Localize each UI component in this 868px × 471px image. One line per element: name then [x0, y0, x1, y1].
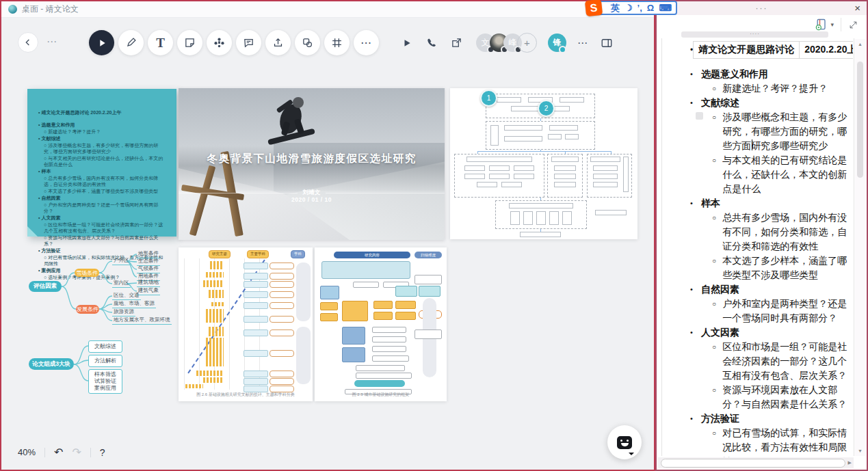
- sticky-line: ○ 新建选址？考评？提升？: [38, 129, 168, 135]
- ime-punct-toggle[interactable]: ’,: [637, 3, 642, 12]
- slide-title: 冬奥背景下山地滑雪旅游度假区选址研究: [179, 152, 445, 166]
- outline-sections: •选题意义和作用 ○新建选址？考评？提升？ •文献综述 ○涉及哪些概念和主题，有…: [663, 67, 853, 467]
- mindmap-leaf[interactable]: 建筑场地: [137, 279, 160, 287]
- call-button[interactable]: [425, 37, 437, 49]
- outline-section-title[interactable]: •文献综述: [663, 96, 853, 110]
- outline-item[interactable]: ○新建选址？考评？提升？: [663, 81, 853, 96]
- framework-diagram-figure[interactable]: 研究内容 归纳维度: [315, 247, 447, 401]
- outline-title-box[interactable]: 靖文论文开题思路讨论: [693, 41, 800, 59]
- scrollbar-thumb[interactable]: [857, 62, 863, 178]
- panel-toggle-button[interactable]: [601, 37, 613, 49]
- mini-box: [497, 97, 521, 103]
- mindmap-branch[interactable]: 雪场条件: [75, 269, 99, 277]
- mindmap-box[interactable]: 样本筛选 试算验证 案例应用: [88, 369, 122, 394]
- outline-item[interactable]: ○涉及哪些概念和主题，有多少研究，有哪些方面的研究，哪些方面研究多哪些研究少: [663, 110, 853, 153]
- panel-drag-handle[interactable]: ····: [681, 31, 828, 38]
- ime-toolbar[interactable]: S 英 ☽ ’, Ω ⌨: [588, 1, 677, 15]
- outline-section-title[interactable]: •方法验证: [663, 412, 853, 426]
- title-slide-image[interactable]: 冬奥背景下山地滑雪旅游度假区选址研究 刘靖文 2020 / 01 / 10: [179, 88, 445, 240]
- feedback-button[interactable]: [607, 425, 642, 459]
- mindmap-box[interactable]: 文献综述: [88, 340, 122, 353]
- self-avatar[interactable]: 锋: [548, 33, 566, 52]
- outline-editor[interactable]: • 靖文论文开题思路讨论 2020.2.20上午 •选题意义和作用 ○新建选址？…: [663, 40, 853, 467]
- outline-item[interactable]: ○总共有多少雪场，国内外有没有不同，如何分类和筛选，自证分类和筛选的有效性: [663, 211, 853, 254]
- scroll-down-arrow[interactable]: ▼: [858, 448, 863, 453]
- diagram-box: [415, 275, 442, 284]
- item-drag-handle[interactable]: [696, 112, 703, 120]
- ime-lang-toggle[interactable]: 英: [611, 3, 620, 12]
- outline-title-row[interactable]: • 靖文论文开题思路讨论 2020.2.20上午: [663, 41, 853, 59]
- mini-box: [504, 136, 542, 142]
- outline-item[interactable]: ○资源与环境因素放在人文部分？与自然因素是什么关系？: [663, 383, 853, 412]
- help-button[interactable]: ?: [100, 447, 105, 458]
- toolbar-more-left[interactable]: ⋯: [47, 36, 57, 48]
- pen-tool-button[interactable]: [118, 30, 144, 55]
- ime-symbol-picker[interactable]: Ω: [647, 3, 654, 12]
- panel-titlebar: ··· ×: [657, 1, 867, 15]
- share-button[interactable]: [451, 37, 462, 49]
- mini-box: [560, 97, 584, 103]
- sticky-note-tool-button[interactable]: [177, 30, 202, 55]
- outline-item[interactable]: ○区位和市场是一组？可能是社会经济因素的一部分？这几个互相有没有包含、层次关系？: [663, 340, 853, 383]
- outline-section-title[interactable]: •选题意义和作用: [663, 67, 853, 81]
- vertical-scrollbar[interactable]: ▲ ▼: [855, 39, 865, 456]
- side-panel-icon: [601, 37, 613, 49]
- ime-keyboard-icon[interactable]: ⌨: [659, 3, 672, 12]
- mini-box: [549, 125, 578, 131]
- mindmap-node[interactable]: 室内区: [112, 280, 131, 288]
- panel-close-button[interactable]: ×: [854, 2, 860, 14]
- outline-section-title[interactable]: •自然因素: [663, 282, 853, 297]
- notebook-menu-button[interactable]: ▾: [815, 18, 834, 31]
- ime-halfwidth-icon[interactable]: ☽: [624, 3, 633, 12]
- sticky-note[interactable]: • 靖文论文开题思路讨论 2020.2.20上午 • 选题意义和作用 ○ 新建选…: [27, 89, 176, 237]
- mindmap-leaf[interactable]: 旅游资源: [112, 308, 135, 317]
- select-tool-button[interactable]: [89, 30, 114, 55]
- add-collaborator-button[interactable]: +: [517, 33, 537, 53]
- sticky-line: ○ 总共有多少雪场，国内外有没有不同，如何分类和筛选，自证分类和筛选的有效性: [38, 175, 168, 187]
- outline-item[interactable]: ○与本文相关的已有研究结论是什么，还缺什么，本文的创新点是什么: [663, 153, 853, 196]
- present-button[interactable]: [402, 38, 412, 48]
- mindmap-branch[interactable]: 发展条件: [76, 305, 99, 314]
- mini-box: [523, 211, 533, 225]
- mindmap-root[interactable]: 评估因素: [29, 281, 62, 292]
- sogou-logo-icon[interactable]: S: [585, 0, 603, 16]
- flowchart-figure[interactable]: 1 2: [450, 88, 637, 239]
- shapes-tool-button[interactable]: [295, 30, 320, 55]
- panel-menu-button[interactable]: ···: [657, 3, 867, 13]
- scroll-right-arrow[interactable]: ▶: [848, 460, 854, 466]
- comment-badge-2[interactable]: 2: [538, 100, 555, 117]
- mindmap-node[interactable]: 户外区: [112, 257, 131, 265]
- mindmap-leaf[interactable]: 地方发展水平、政策环境: [112, 317, 172, 325]
- chart-figure[interactable]: 研究主题 主要学科 学科 图 2.6 基础设施相关研究文献的统计、主题和学科分类: [179, 247, 313, 401]
- toolbar-more-right[interactable]: ⋯: [577, 37, 588, 49]
- back-button[interactable]: [18, 32, 38, 53]
- frame-tool-button[interactable]: [324, 30, 350, 55]
- text-tool-button[interactable]: T: [148, 30, 173, 55]
- scrollbar-thumb[interactable]: [661, 459, 845, 468]
- outline-section-title[interactable]: •样本: [663, 196, 853, 211]
- outline-section-title[interactable]: •人文因素: [663, 325, 853, 340]
- upload-tool-button[interactable]: [265, 30, 291, 55]
- comment-tool-button[interactable]: [236, 30, 261, 55]
- undo-button[interactable]: ↶: [54, 446, 63, 459]
- connector-tool-button[interactable]: [207, 30, 232, 55]
- redo-button[interactable]: ↷: [72, 446, 81, 459]
- horizontal-scrollbar[interactable]: ▶: [658, 457, 854, 468]
- more-tools-button[interactable]: ⋯: [354, 30, 379, 55]
- panel-expand-button[interactable]: [848, 20, 858, 30]
- mindmap-leaf[interactable]: 腹地、市场、客源: [112, 300, 156, 308]
- mindmap-box[interactable]: 方法解析: [88, 355, 122, 367]
- discipline-group-blob: [296, 327, 311, 384]
- discipline-pill: [269, 371, 294, 377]
- mindmap-root[interactable]: 论文组成3大块: [29, 358, 74, 370]
- outline-item[interactable]: ○户外和室内是两种类型？还是一个雪场同时具有两部分？: [663, 297, 853, 325]
- outline-date-box[interactable]: 2020.2.20上午: [800, 41, 853, 59]
- zoom-level[interactable]: 40%: [18, 447, 36, 457]
- mindmap-leaf[interactable]: 区位、交通: [112, 292, 141, 300]
- topic-pill: [244, 291, 268, 298]
- diagram-box: [395, 286, 417, 297]
- outline-item[interactable]: ○本文选了多少样本，涵盖了哪些类型不涉及哪些类型: [663, 254, 853, 282]
- scroll-up-arrow[interactable]: ▲: [858, 42, 863, 46]
- divider: [90, 448, 91, 457]
- comment-badge-1[interactable]: 1: [480, 90, 497, 107]
